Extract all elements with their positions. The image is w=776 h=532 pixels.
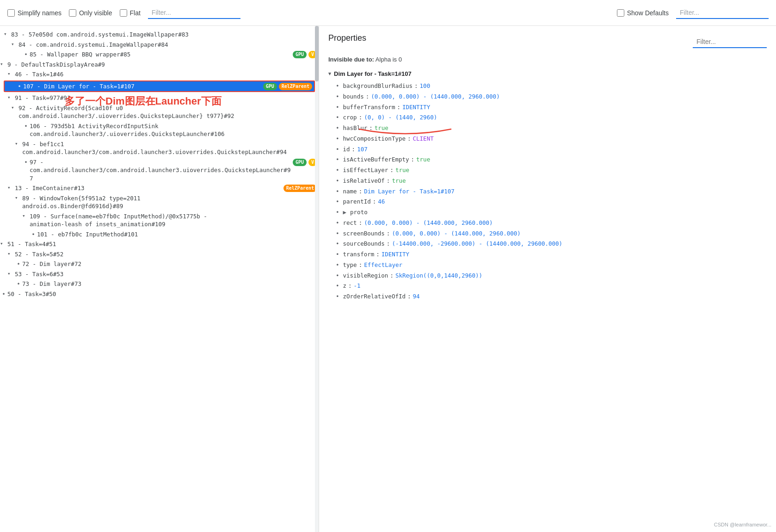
expand-arrow[interactable]: ▾: [22, 212, 30, 219]
tree-item[interactable]: ▾ 92 - ActivityRecord{5cad10f u0com.andr…: [0, 103, 319, 121]
tree-item[interactable]: • 101 - eb7fb0c InputMethod#101: [0, 229, 319, 240]
prop-item-proto[interactable]: ▶ proto: [336, 207, 767, 218]
prop-value: IDENTITY: [382, 250, 409, 259]
tree-item[interactable]: • 72 - Dim layer#72: [0, 259, 319, 269]
prop-key: z: [343, 282, 347, 291]
tree-item[interactable]: • 97 -com.android.launcher3/com.android.…: [0, 157, 319, 184]
prop-key: backgroundBlurRadius: [343, 82, 413, 91]
tree-item[interactable]: ▾ 13 - ImeContainer#13 RelZParent: [0, 183, 319, 193]
tree-item[interactable]: ▾ 89 - WindowToken{5f951a2 type=2011andr…: [0, 193, 319, 211]
prop-item-hasblur: hasBlur : true: [336, 123, 767, 134]
top-bar-right: Show Defaults: [617, 7, 769, 19]
right-panel-filter-input[interactable]: [693, 36, 767, 48]
tree-item[interactable]: ▾ 51 - Task=4#51: [0, 239, 319, 249]
prop-item: screenBounds : (0.000, 0.000) - (1440.00…: [336, 229, 767, 239]
prop-item: zOrderRelativeOfId : 94: [336, 291, 767, 302]
scrollbar-thumb[interactable]: [315, 26, 319, 81]
properties-title: Properties: [328, 33, 366, 43]
tree-item[interactable]: ▾ 91 - Task=977#91: [0, 93, 319, 103]
flat-label: Flat: [130, 9, 141, 17]
prop-key: id: [343, 145, 350, 154]
prop-item: backgroundBlurRadius : 100: [336, 81, 767, 92]
expand-arrow[interactable]: ▾: [7, 250, 15, 257]
flat-checkbox-label[interactable]: Flat: [120, 9, 141, 17]
prop-item: isRelativeOf : true: [336, 176, 767, 186]
prop-item: sourceBounds : (-14400.000, -29600.000) …: [336, 239, 767, 249]
tree-item[interactable]: • 73 - Dim layer#73: [0, 279, 319, 289]
expand-arrow[interactable]: ▾: [7, 70, 15, 77]
scrollbar-track[interactable]: [315, 26, 319, 532]
tree-item[interactable]: ▾ 53 - Task=6#53: [0, 269, 319, 279]
show-defaults-checkbox[interactable]: [617, 9, 624, 17]
prop-key: visibleRegion: [343, 272, 388, 280]
prop-value: (0, 0) - (1440, 2960): [364, 113, 437, 122]
prop-value: EffectLayer: [364, 261, 402, 270]
tree-item[interactable]: ▾ 9 - DefaultTaskDisplayArea#9: [0, 60, 319, 70]
prop-key: bufferTransform: [343, 103, 395, 112]
prop-key: zOrderRelativeOfId: [343, 292, 406, 301]
expand-arrow[interactable]: ▾: [0, 240, 7, 247]
expand-arrow[interactable]: ▾: [0, 61, 7, 68]
prop-key: name: [343, 187, 357, 196]
simplify-names-checkbox[interactable]: [7, 9, 15, 17]
prop-key: hasBlur: [343, 124, 368, 133]
expand-arrow[interactable]: ▾: [15, 140, 22, 147]
expand-arrow[interactable]: ▾: [7, 184, 15, 191]
prop-item: crop : (0, 0) - (1440, 2960): [336, 112, 767, 123]
section-collapse-arrow[interactable]: ▾: [328, 71, 331, 77]
expand-arrow[interactable]: ▾: [11, 41, 18, 48]
left-filter-input[interactable]: [148, 7, 240, 19]
show-defaults-checkbox-label[interactable]: Show Defaults: [617, 9, 669, 17]
properties-list: backgroundBlurRadius : 100 bounds : (0.0…: [336, 81, 767, 302]
simplify-names-checkbox-label[interactable]: Simplify names: [7, 9, 62, 17]
only-visible-checkbox-label[interactable]: Only visible: [69, 9, 112, 17]
tree-item[interactable]: ▾ 52 - Task=5#52: [0, 249, 319, 260]
prop-key: rect: [343, 219, 357, 228]
bullet: •: [16, 82, 23, 91]
prop-item: bounds : (0.000, 0.000) - (1440.000, 296…: [336, 92, 767, 102]
tree-item[interactable]: ▾ 94 - bef1cc1com.android.launcher3/com.…: [0, 139, 319, 157]
flat-checkbox[interactable]: [120, 9, 127, 17]
badge-gpu: GPU: [293, 51, 307, 58]
badge-relzparent: RelZParent: [283, 185, 317, 192]
prop-key: sourceBounds: [343, 240, 385, 248]
badge-gpu: GPU: [263, 83, 277, 90]
simplify-names-label: Simplify names: [18, 9, 62, 17]
tree-item[interactable]: ▾ 46 - Task=1#46: [0, 69, 319, 80]
tree-item[interactable]: • 106 - 793d5b1 ActivityRecordInputSinkc…: [0, 121, 319, 139]
expand-arrow[interactable]: ▾: [15, 194, 22, 201]
right-filter-input[interactable]: [676, 7, 769, 19]
highlight-border: • 107 - Dim Layer for - Task=1#107 GPU R…: [4, 80, 315, 93]
prop-key: bounds: [343, 93, 364, 101]
footer-credit: CSDN @learnframewor...: [714, 522, 771, 527]
only-visible-label: Only visible: [79, 9, 112, 17]
prop-value: (0.000, 0.000) - (1440.000, 2960.000): [364, 219, 493, 228]
prop-value: (0.000, 0.000) - (1440.000, 2960.000): [392, 229, 520, 238]
prop-value: IDENTITY: [402, 103, 430, 112]
section-title: Dim Layer for - Task=1#107: [334, 70, 412, 77]
tree-item[interactable]: ▾ 109 - Surface(name=eb7fb0c InputMethod…: [0, 211, 319, 229]
prop-key: transform: [343, 250, 375, 259]
prop-value: 107: [357, 145, 368, 154]
tree-container[interactable]: ▾ 83 - 57e050d com.android.systemui.Imag…: [0, 26, 319, 532]
expand-arrow[interactable]: ▾: [4, 31, 11, 37]
tree-item[interactable]: • 85 - Wallpaper BBQ wrapper#85 GPU V: [0, 49, 319, 60]
section-header[interactable]: ▾ Dim Layer for - Task=1#107: [328, 70, 767, 77]
only-visible-checkbox[interactable]: [69, 9, 76, 17]
tree-item-selected[interactable]: • 107 - Dim Layer for - Task=1#107 GPU R…: [5, 81, 314, 92]
prop-item: isActiveBufferEmpty : true: [336, 155, 767, 165]
expand-arrow[interactable]: ▾: [7, 94, 15, 101]
prop-item: bufferTransform : IDENTITY: [336, 102, 767, 113]
tree-item[interactable]: ▾ 84 - com.android.systemui.ImageWallpap…: [0, 40, 319, 50]
prop-key: type: [343, 261, 357, 270]
prop-value: true: [395, 166, 409, 175]
prop-item: z : -1: [336, 281, 767, 291]
prop-value: (0.000, 0.000) - (1440.000, 2960.000): [371, 93, 499, 101]
expand-arrow[interactable]: ▾: [11, 104, 18, 111]
tree-item[interactable]: ▾ 83 - 57e050d com.android.systemui.Imag…: [0, 30, 319, 40]
expand-arrow[interactable]: ▾: [7, 270, 15, 277]
proto-expand-arrow[interactable]: ▶: [343, 208, 347, 217]
tree-item[interactable]: • 50 - Task=3#50: [0, 289, 319, 299]
right-panel: Properties Invisible due to: Alpha is 0 …: [319, 26, 776, 532]
prop-key: screenBounds: [343, 229, 385, 238]
